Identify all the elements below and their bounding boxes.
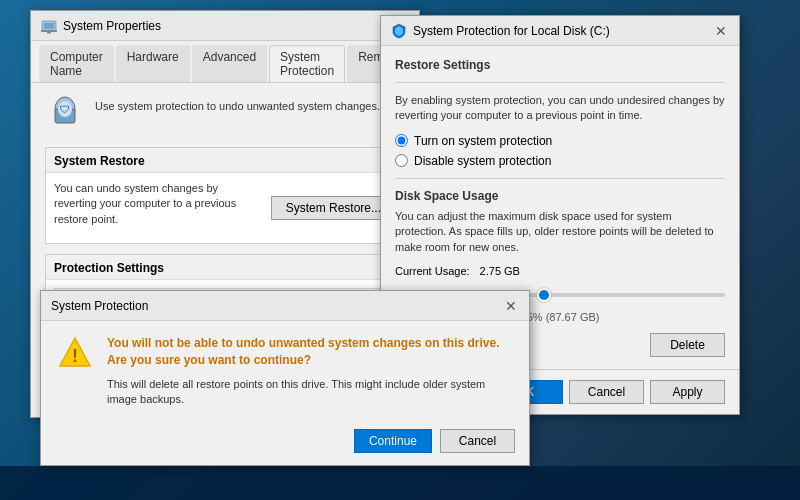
system-properties-title-bar: System Properties ✕ bbox=[31, 11, 419, 41]
system-properties-tabs: Computer Name Hardware Advanced System P… bbox=[31, 41, 419, 83]
svg-text:!: ! bbox=[72, 346, 78, 366]
restore-settings-title: Restore Settings bbox=[395, 58, 725, 72]
system-protect-icon: 🛡 bbox=[45, 95, 85, 135]
delete-button[interactable]: Delete bbox=[650, 333, 725, 357]
warn-buttons: Continue Cancel bbox=[41, 421, 529, 465]
system-properties-title: System Properties bbox=[63, 19, 161, 33]
system-description-text: Use system protection to undo unwanted s… bbox=[95, 95, 380, 114]
system-restore-button[interactable]: System Restore... bbox=[271, 196, 396, 220]
sys-prot-warn-close-button[interactable]: ✕ bbox=[501, 296, 521, 316]
svg-text:🛡: 🛡 bbox=[60, 104, 70, 115]
warn-content: ! You will not be able to undo unwanted … bbox=[41, 321, 529, 421]
current-usage-label: Current Usage: bbox=[395, 265, 470, 277]
radio-disable-label[interactable]: Disable system protection bbox=[414, 154, 551, 168]
system-restore-text: You can undo system changes by reverting… bbox=[54, 181, 261, 227]
svg-rect-3 bbox=[47, 32, 51, 34]
restore-settings-desc: By enabling system protection, you can u… bbox=[395, 93, 725, 124]
warn-cancel-button[interactable]: Cancel bbox=[440, 429, 515, 453]
apply-button[interactable]: Apply bbox=[650, 380, 725, 404]
svg-rect-2 bbox=[41, 30, 57, 32]
sys-prot-local-close-button[interactable]: ✕ bbox=[711, 21, 731, 41]
tab-computer-name[interactable]: Computer Name bbox=[39, 45, 114, 82]
sys-prot-local-title: System Protection for Local Disk (C:) bbox=[413, 24, 610, 38]
radio-disable[interactable] bbox=[395, 154, 408, 167]
continue-button[interactable]: Continue bbox=[354, 429, 432, 453]
system-properties-icon bbox=[41, 18, 57, 34]
radio-turn-on-label[interactable]: Turn on system protection bbox=[414, 134, 552, 148]
disk-usage-divider bbox=[395, 178, 725, 179]
warn-text-block: You will not be able to undo unwanted sy… bbox=[107, 335, 513, 407]
disk-usage-desc: You can adjust the maximum disk space us… bbox=[395, 209, 725, 255]
sys-prot-local-icon bbox=[391, 23, 407, 39]
sys-prot-local-title-bar: System Protection for Local Disk (C:) ✕ bbox=[381, 16, 739, 46]
tab-advanced[interactable]: Advanced bbox=[192, 45, 267, 82]
protection-settings-title: Protection Settings bbox=[46, 255, 404, 280]
taskbar bbox=[0, 466, 800, 500]
system-restore-title: System Restore bbox=[46, 148, 404, 173]
cancel-button[interactable]: Cancel bbox=[569, 380, 644, 404]
slider-thumb[interactable] bbox=[537, 288, 551, 302]
system-description-row: 🛡 Use system protection to undo unwanted… bbox=[45, 95, 405, 135]
tab-hardware[interactable]: Hardware bbox=[116, 45, 190, 82]
restore-settings-divider bbox=[395, 82, 725, 83]
radio-turn-on[interactable] bbox=[395, 134, 408, 147]
current-usage-value: 2.75 GB bbox=[480, 265, 520, 277]
radio-turn-on-row: Turn on system protection bbox=[395, 134, 725, 148]
disk-usage-title: Disk Space Usage bbox=[395, 189, 725, 203]
warn-sub-text: This will delete all restore points on t… bbox=[107, 377, 513, 408]
sys-prot-warn-dialog: System Protection ✕ ! You will not be ab… bbox=[40, 290, 530, 466]
svg-rect-1 bbox=[44, 23, 54, 29]
current-usage-row: Current Usage: 2.75 GB bbox=[395, 265, 725, 277]
sys-prot-warn-title: System Protection bbox=[51, 299, 148, 313]
tab-system-protection[interactable]: System Protection bbox=[269, 45, 345, 82]
warning-icon: ! bbox=[57, 335, 93, 371]
sys-prot-warn-title-bar: System Protection ✕ bbox=[41, 291, 529, 321]
system-restore-section: System Restore You can undo system chang… bbox=[45, 147, 405, 244]
radio-disable-row: Disable system protection bbox=[395, 154, 725, 168]
warn-main-text: You will not be able to undo unwanted sy… bbox=[107, 335, 513, 369]
system-restore-content: You can undo system changes by reverting… bbox=[46, 173, 404, 243]
